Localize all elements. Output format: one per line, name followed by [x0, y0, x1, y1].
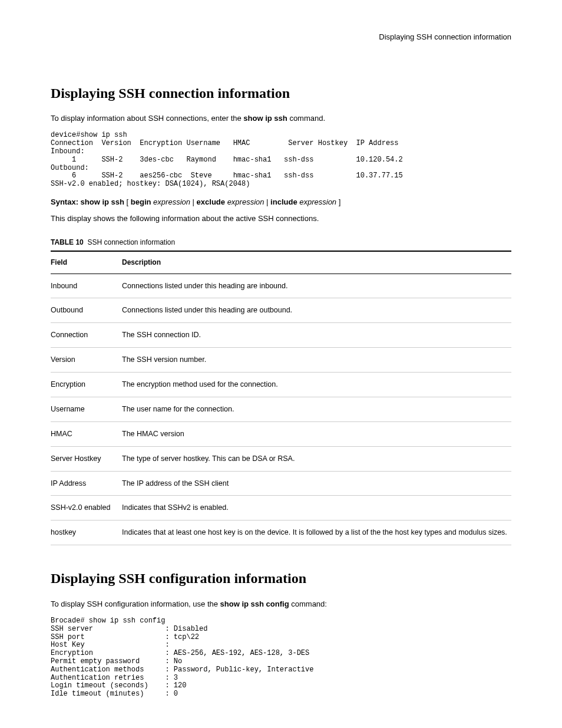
syntax-expr3: expression — [297, 197, 336, 206]
section1-intro-pre: To display information about SSH connect… — [51, 114, 243, 123]
table-row: HMACThe HMAC version — [51, 421, 511, 446]
cell-field: Version — [51, 348, 122, 373]
cell-desc: Indicates that SSHv2 is enabled. — [122, 496, 511, 521]
table-row: IP AddressThe IP address of the SSH clie… — [51, 471, 511, 496]
cell-field: IP Address — [51, 471, 122, 496]
cell-field: Outbound — [51, 298, 122, 323]
table-caption: TABLE 10 SSH connection information — [51, 238, 511, 247]
th-description: Description — [122, 251, 511, 274]
cell-desc: Indicates that at least one host key is … — [122, 521, 511, 545]
cell-desc: The IP address of the SSH client — [122, 471, 511, 496]
table-row: ConnectionThe SSH connection ID. — [51, 323, 511, 348]
cell-field: Inbound — [51, 274, 122, 298]
syntax-begin: begin — [131, 197, 151, 206]
cell-desc: The user name for the connection. — [122, 397, 511, 421]
section2-intro-cmd: show ip ssh config — [220, 599, 289, 608]
cell-field: Server Hostkey — [51, 446, 122, 471]
cell-field: Connection — [51, 323, 122, 348]
syntax-sep1: | — [190, 197, 197, 206]
running-header: Displaying SSH connection information — [51, 32, 511, 42]
syntax-line: Syntax: show ip ssh [ begin expression |… — [51, 197, 511, 207]
section-heading-config: Displaying SSH configuration information — [51, 569, 511, 588]
cell-desc: Connections listed under this heading ar… — [122, 298, 511, 323]
section-heading-connection: Displaying SSH connection information — [51, 84, 511, 103]
ssh-connection-table: Field Description InboundConnections lis… — [51, 251, 511, 545]
syntax-exclude: exclude — [197, 197, 225, 206]
table-row: EncryptionThe encryption method used for… — [51, 373, 511, 397]
section2-intro: To display SSH configuration information… — [51, 599, 511, 610]
cell-desc: The encryption method used for the conne… — [122, 373, 511, 397]
cell-field: SSH-v2.0 enabled — [51, 496, 122, 521]
section1-intro-post: command. — [287, 114, 325, 123]
table-row: Server HostkeyThe type of server hostkey… — [51, 446, 511, 471]
section2-intro-pre: To display SSH configuration information… — [51, 599, 220, 608]
section1-intro: To display information about SSH connect… — [51, 113, 511, 124]
cell-desc: The SSH version number. — [122, 348, 511, 373]
cell-desc: The HMAC version — [122, 421, 511, 446]
table-caption-label: TABLE 10 — [51, 238, 84, 246]
section1-intro-cmd: show ip ssh — [243, 114, 287, 123]
syntax-expr1: expression — [151, 197, 190, 206]
table-row: SSH-v2.0 enabledIndicates that SSHv2 is … — [51, 496, 511, 521]
table-row: InboundConnections listed under this hea… — [51, 274, 511, 298]
cell-field: hostkey — [51, 521, 122, 545]
syntax-expr2: expression — [225, 197, 264, 206]
cell-desc: The type of server hostkey. This can be … — [122, 446, 511, 471]
syntax-rb: ] — [336, 197, 340, 206]
cell-desc: The SSH connection ID. — [122, 323, 511, 348]
table-row: hostkeyIndicates that at least one host … — [51, 521, 511, 545]
table-row: UsernameThe user name for the connection… — [51, 397, 511, 421]
table-row: OutboundConnections listed under this he… — [51, 298, 511, 323]
cell-field: HMAC — [51, 421, 122, 446]
cell-field: Username — [51, 397, 122, 421]
table-row: VersionThe SSH version number. — [51, 348, 511, 373]
code-block-show-ip-ssh: device#show ip ssh Connection Version En… — [51, 131, 511, 189]
section1-after-syntax: This display shows the following informa… — [51, 213, 511, 224]
table-caption-text: SSH connection information — [87, 238, 175, 246]
cell-field: Encryption — [51, 373, 122, 397]
section2-intro-post: command: — [289, 599, 327, 608]
syntax-lb: [ — [124, 197, 131, 206]
syntax-sep2: | — [265, 197, 271, 206]
syntax-label: Syntax: show ip ssh — [51, 197, 124, 206]
code-block-show-ip-ssh-config: Brocade# show ip ssh config SSH server :… — [51, 617, 511, 699]
cell-desc: Connections listed under this heading ar… — [122, 274, 511, 298]
syntax-include: include — [270, 197, 297, 206]
th-field: Field — [51, 251, 122, 274]
